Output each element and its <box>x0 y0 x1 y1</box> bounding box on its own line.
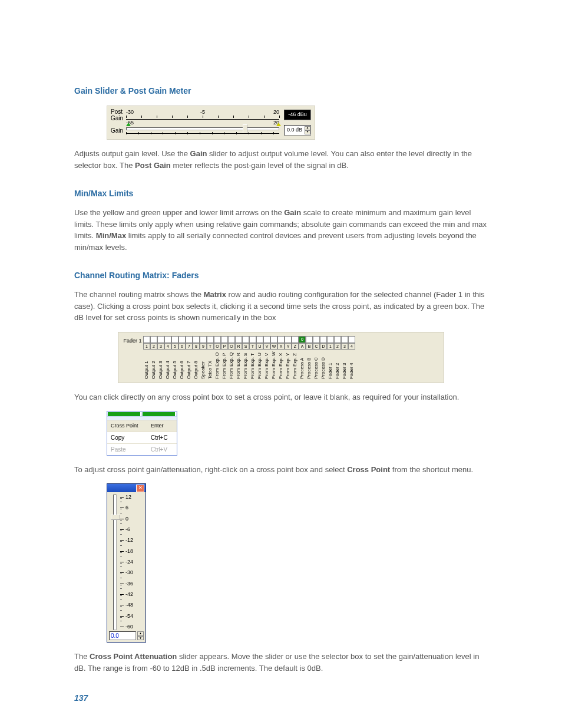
matrix-crosspoint[interactable] <box>263 336 270 343</box>
matrix-header-cell: O <box>228 343 235 350</box>
matrix-crosspoint[interactable] <box>228 336 235 343</box>
matrix-header-cell: A <box>299 343 306 350</box>
matrix-column-label: Fader 3 <box>341 350 348 379</box>
matrix-column-label: Output 2 <box>150 350 157 379</box>
matrix-column-label: From Exp. O <box>214 350 221 379</box>
matrix-crosspoint[interactable] <box>320 336 327 343</box>
figure-matrix: Fader 1 0 123456789TOPORSTUVWXYZABCD1234… <box>74 332 488 383</box>
gain-spinner[interactable]: ▲▼ <box>305 126 310 134</box>
matrix-crosspoint[interactable] <box>193 336 200 343</box>
matrix-column-label: From Exp. Z <box>292 350 299 379</box>
matrix-crosspoint[interactable] <box>171 336 178 343</box>
matrix-crosspoint[interactable] <box>256 336 263 343</box>
matrix-crosspoint-row: 0 <box>143 336 355 343</box>
matrix-crosspoint[interactable] <box>214 336 221 343</box>
spin-down-icon[interactable]: ▼ <box>137 636 144 641</box>
matrix-header-cell: Y <box>285 343 292 350</box>
spin-down-icon[interactable]: ▼ <box>305 130 310 134</box>
matrix-column-label: Speaker <box>200 350 207 379</box>
matrix-crosspoint[interactable] <box>235 336 242 343</box>
gain-label: Gain <box>111 127 126 134</box>
context-item-paste: Paste Ctrl+V <box>107 443 177 455</box>
matrix-column-label: From Exp. U <box>256 350 263 379</box>
matrix-header-cell: 1 <box>327 343 334 350</box>
para-matrix-intro: The channel routing matrix shows the Mat… <box>74 289 488 324</box>
cpa-tick: 12 <box>120 495 131 500</box>
matrix-crosspoint[interactable] <box>164 336 171 343</box>
matrix-crosspoint[interactable] <box>285 336 292 343</box>
matrix-column-label: From Exp. X <box>277 350 285 379</box>
matrix-header-cell: O <box>214 343 221 350</box>
matrix-column-label: From Exp. T <box>249 350 256 379</box>
matrix-crosspoint[interactable] <box>143 336 150 343</box>
matrix-crosspoint[interactable] <box>270 336 277 343</box>
figure-gain-slider: Post Gain -30 -5 20 <box>107 106 488 140</box>
matrix-crosspoint[interactable] <box>292 336 299 343</box>
matrix-crosspoint[interactable]: 0 <box>299 336 306 343</box>
matrix-crosspoint[interactable] <box>327 336 334 343</box>
cpa-tick: -6 <box>120 527 130 532</box>
matrix-column-label: Output 3 <box>157 350 164 379</box>
context-item-paste-shortcut: Ctrl+V <box>151 445 173 454</box>
context-menu-top <box>107 411 177 417</box>
cpa-slider-thumb[interactable] <box>111 515 120 520</box>
matrix-crosspoint[interactable] <box>200 336 207 343</box>
gain-value-input[interactable]: 0.0 dB ▲▼ <box>284 125 311 136</box>
matrix-crosspoint[interactable] <box>207 336 214 343</box>
cpa-slider-track[interactable] <box>110 495 120 629</box>
matrix-column-label: Output 8 <box>193 350 200 379</box>
gain-slider[interactable]: -65 20 <box>126 124 279 137</box>
matrix-column-label: From Exp. W <box>270 350 277 379</box>
cpa-tick: -24 <box>120 559 133 565</box>
matrix-column-label: Output 1 <box>143 350 150 379</box>
cpa-titlebar[interactable]: ✕ <box>107 484 146 492</box>
matrix-crosspoint[interactable] <box>150 336 157 343</box>
matrix-crosspoint[interactable] <box>249 336 256 343</box>
context-item-copy-shortcut: Ctrl+C <box>151 433 173 442</box>
cpa-tick: -48 <box>120 602 133 608</box>
cpa-tick: -30 <box>120 570 133 575</box>
matrix-crosspoint[interactable] <box>221 336 228 343</box>
matrix-header-cell: 4 <box>348 343 355 350</box>
close-icon[interactable]: ✕ <box>136 485 144 492</box>
matrix-header-cell: R <box>235 343 242 350</box>
matrix-header-cell: 2 <box>334 343 341 350</box>
context-item-copy[interactable]: Copy Ctrl+C <box>107 431 177 443</box>
context-header-col2: Enter <box>151 422 173 430</box>
matrix-header-cell: 9 <box>200 343 207 350</box>
matrix-crosspoint[interactable] <box>178 336 186 343</box>
matrix-column-label: Fader 1 <box>327 350 334 379</box>
context-item-copy-label: Copy <box>111 433 151 442</box>
matrix-label-row: Output 1Output 2Output 3Output 4Output 5… <box>143 350 355 379</box>
matrix-header-cell: 3 <box>157 343 164 350</box>
page: Gain Slider & Post Gain Meter Post Gain … <box>0 0 562 728</box>
matrix-crosspoint[interactable] <box>306 336 313 343</box>
matrix-column-label: From Exp. Q <box>228 350 235 379</box>
matrix-crosspoint[interactable] <box>186 336 193 343</box>
matrix-crosspoint[interactable] <box>341 336 348 343</box>
figure-cpa-slider: ✕ 1260-6-12-18-24-30-36-42-48-54-60 0.0 … <box>107 483 488 643</box>
matrix-crosspoint[interactable] <box>313 336 320 343</box>
matrix-column-label: Telco TX <box>207 350 214 379</box>
matrix-column-label: Process B <box>306 350 313 379</box>
figure-context-menu: Cross Point Enter Copy Ctrl+C Paste Ctrl… <box>107 411 488 456</box>
matrix-header-cell: 8 <box>193 343 200 350</box>
matrix-header-cell: T <box>249 343 256 350</box>
cpa-value-input[interactable]: 0.0 <box>109 631 136 640</box>
post-gain-label: Post Gain <box>111 108 126 121</box>
cpa-spinner[interactable]: ▲ ▼ <box>137 631 144 640</box>
page-number: 137 <box>74 692 88 704</box>
matrix-crosspoint[interactable] <box>242 336 249 343</box>
matrix-crosspoint[interactable] <box>334 336 341 343</box>
matrix-header-cell: B <box>306 343 313 350</box>
matrix-crosspoint[interactable] <box>277 336 285 343</box>
matrix-crosspoint[interactable] <box>348 336 355 343</box>
matrix-column-label: Output 6 <box>178 350 186 379</box>
cpa-tick: 6 <box>120 505 128 510</box>
matrix-header-cell: 5 <box>171 343 178 350</box>
matrix-header-cell: X <box>277 343 285 350</box>
cpa-scale: 1260-6-12-18-24-30-36-42-48-54-60 <box>120 495 143 629</box>
matrix-column-label: Output 5 <box>171 350 178 379</box>
matrix-crosspoint[interactable] <box>157 336 164 343</box>
spin-up-icon[interactable]: ▲ <box>137 631 144 636</box>
